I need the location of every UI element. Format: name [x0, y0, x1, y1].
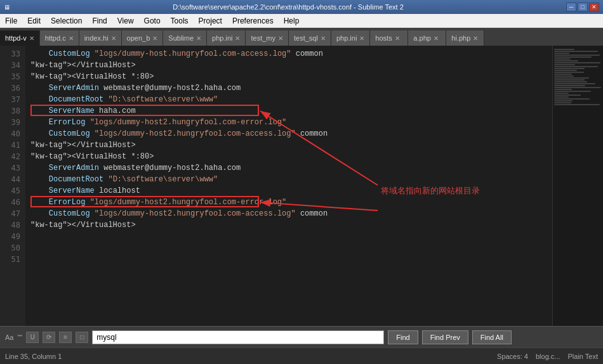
statusbar: Line 35, Column 1 Spaces: 4 blog.c... Pl…	[0, 348, 603, 364]
tab-4[interactable]: Sublime✕	[163, 30, 207, 46]
line-number: 35	[0, 71, 25, 82]
tab-close-icon[interactable]: ✕	[196, 35, 201, 42]
tab-close-icon[interactable]: ✕	[69, 35, 74, 42]
findbar: Aa "" U ⟳ ≡ □ Find Find Prev Find All	[0, 326, 603, 348]
code-line: CustomLog "logs/dummy-host.hungryfool.co…	[30, 48, 547, 60]
tab-close-icon[interactable]: ✕	[235, 35, 240, 42]
menubar-item-help[interactable]: Help	[279, 14, 305, 27]
syntax-info: Plain Text	[568, 353, 599, 360]
line-number: 41	[0, 140, 25, 151]
menubar-item-view[interactable]: View	[112, 14, 139, 27]
case-sensitive-button[interactable]: U	[26, 332, 39, 343]
quote-label: ""	[17, 334, 22, 341]
menubar-item-find[interactable]: Find	[87, 14, 112, 27]
code-line: "kw-tag"></VirtualHost>	[30, 219, 547, 231]
line-number: 51	[0, 254, 25, 265]
menubar-item-edit[interactable]: Edit	[22, 14, 46, 27]
find-prev-button[interactable]: Find Prev	[422, 330, 468, 344]
tab-2[interactable]: index.hi✕	[79, 30, 122, 46]
menubar-item-preferences[interactable]: Preferences	[227, 14, 279, 27]
tab-close-icon[interactable]: ✕	[359, 35, 364, 42]
code-line: ServerAdmin webmaster@dummy-host2.haha.c…	[30, 162, 547, 174]
tab-label: index.hi	[84, 34, 109, 42]
line-number: 42	[0, 151, 25, 162]
tab-close-icon[interactable]: ✕	[29, 35, 34, 42]
aa-label: Aa	[5, 334, 13, 341]
regex-button[interactable]: ⟳	[43, 332, 55, 343]
tab-10[interactable]: a.php✕	[408, 30, 446, 46]
tab-close-icon[interactable]: ✕	[321, 35, 326, 42]
tab-label: hi.php	[451, 34, 470, 42]
tab-label: Sublime	[168, 34, 194, 42]
line-number: 34	[0, 60, 25, 71]
menubar-item-tools[interactable]: Tools	[166, 14, 194, 27]
whole-word-button[interactable]: ≡	[59, 332, 72, 343]
window-controls: ─ □ ✕	[566, 3, 599, 11]
maximize-button[interactable]: □	[578, 3, 588, 11]
tab-3[interactable]: open_b✕	[122, 30, 164, 46]
tab-close-icon[interactable]: ✕	[278, 35, 283, 42]
code-line: CustomLog "logs/dummy-host2.hungryfool.c…	[30, 208, 547, 219]
cursor-position: Line 35, Column 1	[5, 353, 62, 360]
tab-close-icon[interactable]: ✕	[152, 35, 157, 42]
tab-label: test_sql	[294, 34, 318, 42]
code-line: ServerAdmin webmaster@dummy-host2.haha.c…	[30, 82, 547, 94]
menubar-item-file[interactable]: File	[0, 14, 22, 27]
tab-close-icon[interactable]: ✕	[111, 35, 116, 42]
line-number: 40	[0, 128, 25, 140]
code-content[interactable]: CustomLog "logs/dummy-host.hungryfool.co…	[25, 46, 552, 326]
menubar-item-project[interactable]: Project	[194, 14, 227, 27]
code-line: "kw-tag"><VirtualHost *:80>	[30, 151, 547, 162]
tab-1[interactable]: httpd.c✕	[40, 30, 79, 46]
tab-close-icon[interactable]: ✕	[395, 35, 400, 42]
find-input[interactable]	[92, 330, 384, 344]
line-number: 44	[0, 174, 25, 185]
tab-8[interactable]: php.ini✕	[331, 30, 370, 46]
tab-close-icon[interactable]: ✕	[434, 35, 439, 42]
tab-label: httpd-v	[5, 34, 27, 42]
find-all-button[interactable]: Find All	[472, 330, 512, 344]
minimap	[552, 46, 603, 326]
code-line: DocumentRoot "D:\software\server\www"	[30, 94, 547, 105]
tabs-bar: httpd-v✕httpd.c✕index.hi✕open_b✕Sublime✕…	[0, 28, 603, 46]
code-line: CustomLog "logs/dummy-host2.hungryfool.c…	[30, 128, 547, 140]
tab-9[interactable]: hosts✕	[370, 30, 408, 46]
line-number: 48	[0, 219, 25, 231]
minimize-button[interactable]: ─	[566, 3, 576, 11]
wrap-button[interactable]: □	[76, 332, 88, 343]
close-button[interactable]: ✕	[589, 3, 599, 11]
menubar: FileEditSelectionFindViewGotoToolsProjec…	[0, 14, 603, 28]
tab-7[interactable]: test_sql✕	[289, 30, 331, 46]
line-number: 45	[0, 185, 25, 197]
tab-label: hosts	[375, 34, 392, 42]
tab-label: open_b	[127, 34, 150, 42]
editor-container: 33343536373839404142434445464748495051 C…	[0, 46, 603, 326]
code-line: "kw-tag"></VirtualHost>	[30, 140, 547, 151]
titlebar-title: D:\software\server\apache2.2\conf\extra\…	[10, 3, 566, 11]
code-line: ServerName localhost	[30, 185, 547, 197]
tab-6[interactable]: test_my✕	[246, 30, 289, 46]
tab-11[interactable]: hi.php✕	[446, 30, 484, 46]
line-number: 49	[0, 231, 25, 242]
line-number: 37	[0, 94, 25, 105]
tab-label: php.ini	[336, 34, 357, 42]
line-number: 33	[0, 48, 25, 60]
titlebar-icon: 🖥	[4, 4, 10, 11]
titlebar: 🖥 D:\software\server\apache2.2\conf\extr…	[0, 0, 603, 14]
tab-label: test_my	[251, 34, 275, 42]
line-number: 46	[0, 197, 25, 208]
tab-5[interactable]: php.ini✕	[207, 30, 246, 46]
tab-label: httpd.c	[45, 34, 66, 42]
encoding-info: blog.c...	[536, 353, 560, 360]
find-button[interactable]: Find	[388, 330, 418, 344]
menubar-item-selection[interactable]: Selection	[46, 14, 87, 27]
tab-0[interactable]: httpd-v✕	[0, 30, 40, 46]
line-numbers: 33343536373839404142434445464748495051	[0, 46, 25, 326]
tab-label: php.ini	[212, 34, 232, 42]
code-line: DocumentRoot "D:\software\server\www"	[30, 174, 547, 185]
code-line: "kw-tag"></VirtualHost>	[30, 60, 547, 71]
tab-close-icon[interactable]: ✕	[473, 35, 478, 42]
menubar-item-goto[interactable]: Goto	[139, 14, 166, 27]
line-number: 47	[0, 208, 25, 219]
line-number: 36	[0, 82, 25, 94]
